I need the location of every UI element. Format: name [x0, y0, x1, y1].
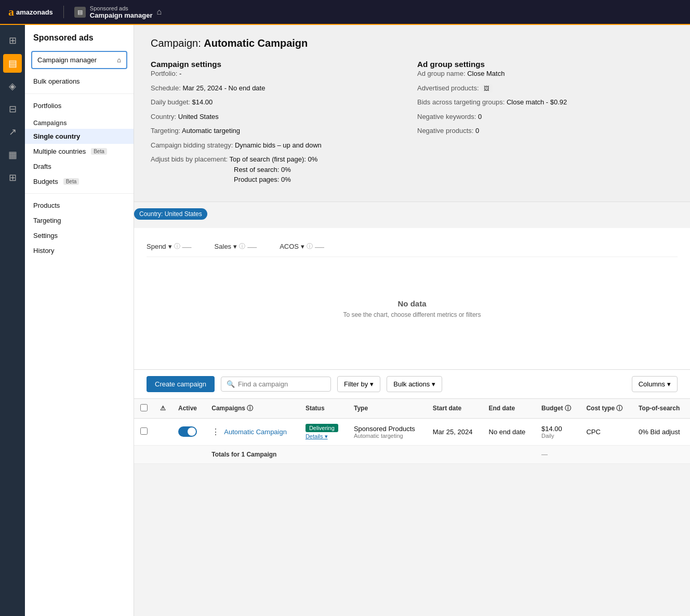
negative-keywords-row: Negative keywords: 0 — [417, 112, 673, 122]
sidebar-single-country[interactable]: Single country — [25, 129, 134, 144]
budgets-label: Budgets — [33, 178, 58, 185]
totals-label-cell — [134, 445, 205, 463]
type-label: Sponsored Products — [354, 425, 420, 433]
sidebar-history[interactable]: History — [25, 243, 134, 258]
no-data-title: No data — [397, 299, 426, 308]
metric-spend[interactable]: Spend ▾ ⓘ — — [147, 236, 202, 257]
metric-sales[interactable]: Sales ▾ ⓘ — — [215, 236, 268, 257]
details-link[interactable]: Details ▾ — [306, 433, 328, 439]
rail-campaigns-icon[interactable]: ▤ — [3, 54, 22, 73]
campaign-toggle[interactable] — [178, 426, 197, 437]
logo-smile: a — [8, 5, 14, 19]
amazon-ads-logo: a amazonads — [8, 5, 53, 19]
advertised-products-row: Advertised products: 🖼 — [417, 83, 673, 93]
icon-rail: ⊞ ▤ ◈ ⊟ ↗ ▦ ⊞ — [0, 25, 25, 616]
row-campaign-cell: ⋮ Automatic Campaign — [205, 418, 299, 445]
rail-bar-icon[interactable]: ▦ — [3, 145, 22, 164]
nav-icon: ▤ — [74, 7, 86, 18]
multiple-countries-label: Multiple countries — [33, 148, 86, 155]
columns-button[interactable]: Columns ▾ — [632, 376, 678, 392]
search-icon: 🔍 — [227, 380, 235, 388]
row-budget: $14.00 Daily — [535, 418, 580, 445]
spend-label: Spend — [147, 243, 166, 250]
select-all-checkbox[interactable] — [140, 404, 148, 411]
chart-metrics: Spend ▾ ⓘ — Sales ▾ ⓘ — ACOS ▾ ⓘ — — [147, 236, 678, 257]
create-campaign-button[interactable]: Create campaign — [147, 376, 215, 392]
row-end-date: No end date — [483, 418, 536, 445]
rail-chart-icon[interactable]: ↗ — [3, 123, 22, 141]
totals-end — [483, 445, 536, 463]
budget-period: Daily — [541, 433, 574, 439]
campaign-settings-column: Campaign settings Portfolio: - Schedule:… — [151, 60, 407, 189]
targeting-row: Targeting: Automatic targeting — [151, 126, 407, 136]
sidebar-portfolios[interactable]: Portfolios — [25, 98, 134, 113]
spend-arrow: ▾ — [168, 243, 172, 250]
search-input[interactable] — [238, 380, 325, 388]
ad-group-settings-column: Ad group settings Ad group name: Close M… — [417, 60, 673, 189]
nav-breadcrumb: Sponsored ads Campaign manager — [90, 5, 153, 19]
th-warning: ⚠ — [154, 399, 172, 419]
top-nav: a amazonads ▤ Sponsored ads Campaign man… — [0, 0, 690, 25]
rail-shield-icon[interactable]: ◈ — [3, 77, 22, 96]
country-badge[interactable]: Country: United States — [134, 208, 207, 220]
nav-breadcrumb-sub: Sponsored ads — [90, 5, 153, 11]
filter-by-button[interactable]: Filter by ▾ — [337, 376, 380, 392]
schedule-label: Schedule: Mar 25, 2024 - No end date — [151, 84, 265, 92]
acos-arrow: ▾ — [301, 243, 304, 250]
campaign-name-link[interactable]: Automatic Campaign — [224, 428, 287, 436]
budget-amount: $14.00 — [541, 425, 574, 433]
row-checkbox[interactable] — [140, 427, 148, 435]
home-icon[interactable]: ⌂ — [156, 7, 162, 17]
settings-label: Settings — [33, 232, 58, 239]
th-end-date: End date — [483, 399, 536, 419]
row-toggle-cell — [172, 418, 205, 445]
three-dot-menu[interactable]: ⋮ — [211, 427, 220, 437]
totals-label: Totals for 1 Campaign — [205, 445, 299, 463]
sidebar-drafts[interactable]: Drafts — [25, 159, 134, 174]
sidebar-header: Sponsored ads — [25, 25, 134, 47]
budget-label: Daily budget: $14.00 — [151, 98, 213, 106]
acos-info-icon[interactable]: ⓘ — [307, 242, 313, 251]
row-type-cell: Sponsored Products Automatic targeting — [348, 418, 427, 445]
totals-budget: — — [535, 445, 580, 463]
nav-breadcrumb-area: ▤ Sponsored ads Campaign manager ⌂ — [74, 5, 162, 19]
sidebar-home-icon[interactable]: ⌂ — [117, 56, 121, 64]
rail-inbox-icon[interactable]: ⊟ — [3, 100, 22, 118]
totals-start — [427, 445, 483, 463]
rail-grid-icon[interactable]: ⊞ — [3, 31, 22, 50]
columns-label: Columns — [639, 380, 665, 388]
rail-apps-icon[interactable]: ⊞ — [3, 168, 22, 187]
spend-info-icon[interactable]: ⓘ — [174, 242, 180, 251]
table-header-row: ⚠ Active Campaigns ⓘ Status Type Start d… — [134, 399, 690, 419]
main-content: Campaign: Automatic Campaign Campaign se… — [134, 25, 690, 616]
sales-arrow: ▾ — [233, 243, 237, 250]
row-top-search: 0% Bid adjust — [632, 418, 690, 445]
th-budget: Budget ⓘ — [535, 399, 580, 419]
settings-grid: Campaign settings Portfolio: - Schedule:… — [151, 60, 673, 189]
sidebar-budgets[interactable]: Budgets Beta — [25, 174, 134, 189]
sidebar-settings[interactable]: Settings — [25, 228, 134, 243]
adjust-bids-row: Adjust bids by placement: Top of search … — [151, 154, 407, 185]
drafts-label: Drafts — [33, 163, 51, 170]
sidebar-products[interactable]: Products — [25, 198, 134, 213]
negative-products-row: Negative products: 0 — [417, 126, 673, 136]
sales-label: Sales — [215, 243, 232, 250]
campaign-toolbar: Create campaign 🔍 Filter by ▾ Bulk actio… — [134, 370, 690, 399]
metric-acos[interactable]: ACOS ▾ ⓘ — — [280, 236, 335, 257]
bulk-actions-button[interactable]: Bulk actions ▾ — [387, 376, 442, 392]
bidding-row: Campaign bidding strategy: Dynamic bids … — [151, 140, 407, 151]
sales-info-icon[interactable]: ⓘ — [239, 242, 245, 251]
campaign-info-panel: Campaign: Automatic Campaign Campaign se… — [134, 25, 690, 202]
row-warning-cell — [154, 418, 172, 445]
table-row: ⋮ Automatic Campaign Delivering Details … — [134, 418, 690, 445]
bidding-label: Campaign bidding strategy: Dynamic bids … — [151, 141, 322, 149]
sidebar-bulk-operations[interactable]: Bulk operations — [25, 73, 134, 89]
sidebar-campaign-manager[interactable]: Campaign manager ⌂ — [31, 51, 127, 69]
campaign-title: Campaign: Automatic Campaign — [151, 37, 673, 49]
sidebar-multiple-countries[interactable]: Multiple countries Beta — [25, 144, 134, 159]
schedule-row: Schedule: Mar 25, 2024 - No end date — [151, 83, 407, 93]
sidebar-targeting[interactable]: Targeting — [25, 213, 134, 228]
campaign-table: ⚠ Active Campaigns ⓘ Status Type Start d… — [134, 399, 690, 464]
ad-group-header: Ad group settings — [417, 60, 673, 69]
campaign-table-container: ⚠ Active Campaigns ⓘ Status Type Start d… — [134, 399, 690, 464]
